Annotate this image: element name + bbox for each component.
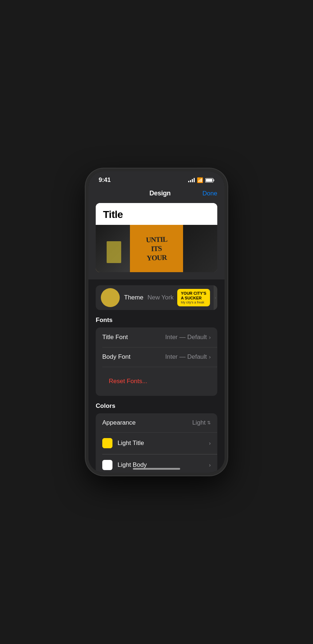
divider (102, 432, 217, 433)
status-icons: 📶 (188, 177, 214, 183)
main-content: Theme New York YOUR CITY'SA SUCKER My ci… (88, 279, 225, 473)
theme-options: New York YOUR CITY'SA SUCKER My city's a… (147, 285, 217, 310)
light-title-label: Light Title (118, 440, 144, 447)
colors-card: Appearance Light ⇅ Light Title › (96, 413, 217, 473)
colors-section-header: Colors (96, 396, 217, 413)
signal-icon (188, 178, 195, 182)
graffiti-word3: YOUR (146, 253, 167, 262)
city-right (183, 225, 217, 272)
body-font-value: Inter — Default › (165, 353, 211, 361)
theme-row[interactable]: Theme New York YOUR CITY'SA SUCKER My ci… (96, 285, 217, 310)
light-body-swatch (102, 460, 112, 470)
theme-label: Theme (124, 294, 143, 301)
preview-card: Title UNTIL ITS YOUR (96, 203, 217, 272)
phone-frame: 9:41 📶 (86, 168, 227, 476)
graffiti-word2: ITS (151, 244, 162, 253)
city-left (96, 225, 132, 272)
preview-image: UNTIL ITS YOUR (96, 225, 217, 272)
body-font-label: Body Font (102, 353, 131, 361)
theme-card-title: YOUR CITY'SA SUCKER (181, 291, 206, 301)
status-bar: 9:41 📶 (88, 171, 225, 186)
divider (102, 454, 217, 454)
status-time: 9:41 (99, 176, 111, 184)
theme-scroll-indicator: › (214, 285, 217, 310)
preview-title-area: Title (96, 203, 217, 225)
done-button[interactable]: Done (202, 190, 217, 197)
nav-title: Design (150, 190, 171, 197)
theme-option-newyork: New York (147, 294, 174, 301)
preview-section: Title UNTIL ITS YOUR (88, 203, 225, 279)
appearance-row[interactable]: Appearance Light ⇅ (96, 413, 217, 432)
light-title-row[interactable]: Light Title › (96, 432, 217, 454)
title-font-row[interactable]: Title Font Inter — Default › (96, 327, 217, 347)
light-body-chevron: › (209, 462, 211, 468)
light-body-label: Light Body (118, 461, 147, 469)
theme-option-card: YOUR CITY'SA SUCKER My city's a freak (177, 289, 210, 306)
wifi-icon: 📶 (197, 177, 203, 183)
body-font-row[interactable]: Body Font Inter — Default › (96, 347, 217, 367)
reset-fonts-row[interactable]: Reset Fonts... (96, 367, 217, 396)
fonts-card: Title Font Inter — Default › Body Font I… (96, 327, 217, 396)
battery-icon (205, 178, 214, 183)
light-title-chevron: › (209, 440, 211, 446)
theme-card-sub: My city's a freak (181, 301, 206, 304)
theme-circle-icon (101, 288, 120, 307)
graffiti-word1: UNTIL (146, 235, 167, 244)
body-font-chevron: › (209, 354, 211, 360)
appearance-label: Appearance (102, 419, 136, 426)
svg-rect-1 (214, 179, 214, 181)
nav-bar: Design Done (88, 186, 225, 203)
phone-inner: 9:41 📶 (88, 171, 225, 473)
svg-rect-2 (206, 179, 213, 182)
preview-title-text: Title (103, 209, 123, 220)
graffiti-center: UNTIL ITS YOUR (130, 225, 183, 272)
appearance-value: Light ⇅ (192, 419, 211, 426)
home-indicator (133, 468, 180, 470)
fonts-section-header: Fonts (96, 310, 217, 327)
light-body-row[interactable]: Light Body › (96, 454, 217, 473)
light-title-swatch (102, 438, 112, 448)
title-font-label: Title Font (102, 334, 128, 341)
light-title-left: Light Title (102, 438, 144, 448)
sort-icon: ⇅ (207, 420, 211, 425)
title-font-value: Inter — Default › (165, 334, 211, 341)
title-font-chevron: › (209, 334, 211, 340)
reset-fonts-button[interactable]: Reset Fonts... (102, 373, 154, 390)
